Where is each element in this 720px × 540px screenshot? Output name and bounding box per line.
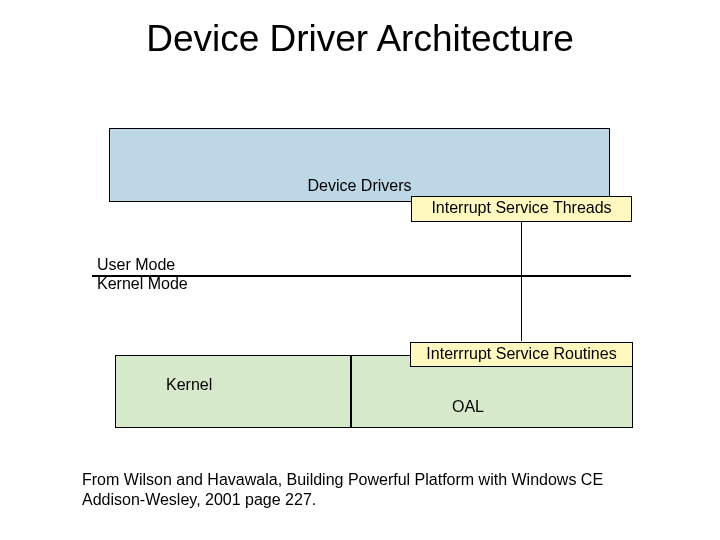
label-kernel-mode: Kernel Mode [97,275,188,293]
box-interrupt-service-threads: Interrupt Service Threads [411,196,632,222]
label-oal: OAL [452,398,484,416]
label-device-drivers: Device Drivers [110,177,609,195]
box-interrupt-service-routines: Interrrupt Service Routines [410,342,633,367]
page-title: Device Driver Architecture [0,18,720,60]
diagram-stage: Device Driver Architecture Device Driver… [0,0,720,540]
mode-divider [92,275,631,277]
caption-line2: Addison-Wesley, 2001 page 227. [82,490,316,510]
label-user-mode: User Mode [97,256,175,274]
label-kernel: Kernel [166,376,212,394]
label-interrupt-service-threads: Interrupt Service Threads [431,199,611,216]
box-kernel: Kernel [115,355,351,428]
label-interrupt-service-routines: Interrrupt Service Routines [426,345,616,362]
caption-line1: From Wilson and Havawala, Building Power… [82,470,603,490]
connector-ist-isr [521,222,522,341]
box-device-drivers: Device Drivers [109,128,610,202]
